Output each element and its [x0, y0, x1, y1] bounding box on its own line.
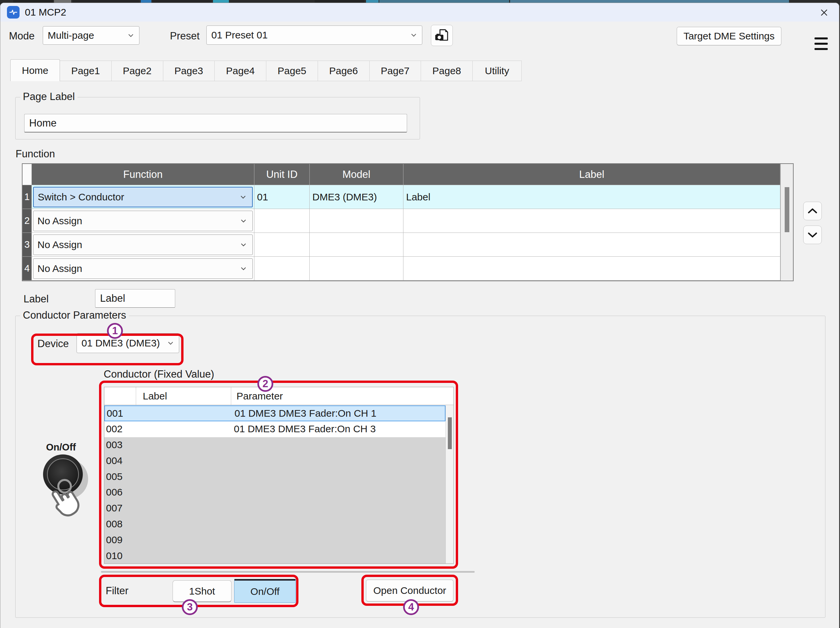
label-field-label: Label [24, 293, 49, 305]
function-select-3[interactable]: No Assign [33, 235, 253, 255]
annotation-marker-2: 2 [257, 376, 273, 392]
tab-page2[interactable]: Page2 [112, 61, 163, 81]
conductor-list-area: Label Parameter 001 01 DME3 DME3 Fader:O… [100, 383, 458, 568]
page-label-legend: Page Label [20, 91, 77, 103]
tab-page6[interactable]: Page6 [318, 61, 369, 81]
waveform-glyph [8, 7, 18, 17]
function-select-2[interactable]: No Assign [33, 211, 253, 231]
function-select-value: No Assign [38, 215, 82, 227]
row-number: 4 [22, 257, 32, 281]
tab-utility[interactable]: Utility [473, 61, 522, 81]
scrollbar-thumb[interactable] [448, 417, 452, 449]
model-cell: DME3 (DME3) [310, 185, 403, 209]
conductor-parameters-legend: Conductor Parameters [20, 309, 129, 321]
function-table: Function Unit ID Model Label 1 Switch > … [22, 163, 794, 281]
preset-select-value: 01 Preset 01 [211, 30, 268, 41]
list-row[interactable]: 005 [104, 469, 445, 484]
tab-page1[interactable]: Page1 [60, 61, 112, 81]
menu-button[interactable] [815, 38, 828, 50]
page-label-input[interactable] [24, 114, 407, 133]
unit-id-cell [254, 233, 310, 257]
list-row[interactable]: 002 01 DME3 DME3 Fader:On CH 3 [104, 421, 445, 437]
function-cell: Switch > Conductor [32, 185, 254, 209]
conductor-list-title: Conductor (Fixed Value) [104, 368, 214, 380]
filter-1shot-button[interactable]: 1Shot [172, 580, 232, 602]
function-select-4[interactable]: No Assign [33, 258, 253, 279]
label-input[interactable] [95, 289, 175, 308]
label-cell [403, 233, 780, 257]
move-down-button[interactable] [803, 226, 822, 244]
hamburger-icon [815, 38, 828, 39]
list-row[interactable]: 009 [104, 532, 445, 548]
onoff-knob-label: On/Off [46, 442, 76, 453]
page-label-group: Page Label [15, 97, 420, 139]
move-up-button[interactable] [803, 202, 822, 220]
tab-home[interactable]: Home [10, 59, 60, 81]
column-header-label: Label [403, 164, 780, 185]
list-row[interactable]: 006 [104, 484, 445, 500]
target-dme-settings-button[interactable]: Target DME Settings [677, 27, 782, 46]
window-title: 01 MCP2 [25, 6, 66, 18]
tab-page8[interactable]: Page8 [421, 61, 473, 81]
function-select-value: No Assign [38, 239, 82, 251]
label-cell [403, 257, 780, 281]
tab-page7[interactable]: Page7 [369, 61, 421, 81]
column-header-function: Function [32, 164, 254, 185]
tab-page5[interactable]: Page5 [266, 61, 318, 81]
label-cell [403, 209, 780, 233]
mode-select[interactable]: Multi-page [43, 26, 139, 45]
function-select-1[interactable]: Switch > Conductor [33, 187, 253, 207]
preset-label: Preset [170, 30, 200, 42]
list-row[interactable]: 008 [104, 516, 445, 532]
open-conductor-label: Open Conductor [373, 585, 446, 596]
row-number: 1 [22, 185, 32, 209]
filter-onoff-button[interactable]: On/Off [234, 579, 296, 603]
label-cell: Label [403, 185, 780, 209]
open-conductor-button[interactable]: Open Conductor [366, 580, 453, 601]
function-title: Function [16, 148, 55, 160]
preset-select[interactable]: 01 Preset 01 [206, 25, 422, 45]
list-row[interactable]: 010 [104, 548, 445, 564]
conductor-parameters-group: Conductor Parameters Device 01 DME3 (DME… [15, 316, 826, 618]
scrollbar-thumb[interactable] [785, 187, 789, 232]
chevron-down-icon [239, 264, 248, 273]
function-table-scrollbar[interactable] [780, 164, 793, 281]
unit-id-cell [254, 257, 310, 281]
device-select[interactable]: 01 DME3 (DME3) [76, 333, 179, 353]
conductor-list-header: Label Parameter [104, 387, 453, 405]
list-header-number [104, 387, 136, 405]
list-row[interactable]: 004 [104, 453, 445, 469]
close-button[interactable] [818, 6, 831, 19]
unit-id-cell: 01 [254, 185, 310, 209]
close-icon [819, 8, 829, 17]
conductor-list-scrollbar[interactable] [445, 406, 453, 563]
conductor-list[interactable]: Label Parameter 001 01 DME3 DME3 Fader:O… [104, 387, 454, 564]
chevron-down-icon [239, 217, 248, 225]
titlebar: 01 MCP2 [0, 3, 839, 22]
list-row[interactable]: 001 01 DME3 DME3 Fader:On CH 1 [104, 406, 445, 421]
chevron-down-icon [239, 240, 248, 249]
filter-1shot-label: 1Shot [189, 585, 215, 597]
list-row[interactable]: 007 [104, 500, 445, 516]
tab-page4[interactable]: Page4 [215, 61, 266, 81]
filter-onoff-label: On/Off [250, 586, 279, 597]
target-dme-settings-label: Target DME Settings [683, 30, 774, 42]
list-header-label: Label [136, 387, 231, 405]
tab-page3[interactable]: Page3 [163, 61, 215, 81]
annotation-marker-3: 3 [182, 599, 198, 615]
annotation-marker-1: 1 [107, 323, 123, 339]
chevron-down-icon [409, 31, 418, 39]
chevron-down-icon [126, 31, 135, 40]
store-preset-button[interactable] [431, 25, 453, 46]
conductor-list-hscrollbar[interactable] [101, 571, 475, 573]
model-cell [310, 233, 403, 257]
function-cell: No Assign [32, 209, 254, 233]
chevron-down-icon [806, 228, 819, 241]
chevron-up-icon [806, 204, 819, 218]
list-row[interactable]: 003 [104, 437, 445, 453]
mode-label: Mode [9, 30, 35, 42]
conductor-list-body: 001 01 DME3 DME3 Fader:On CH 1 002 01 DM… [104, 406, 445, 563]
unit-id-cell [254, 209, 310, 233]
function-select-value: Switch > Conductor [38, 191, 124, 203]
function-cell: No Assign [32, 233, 254, 257]
